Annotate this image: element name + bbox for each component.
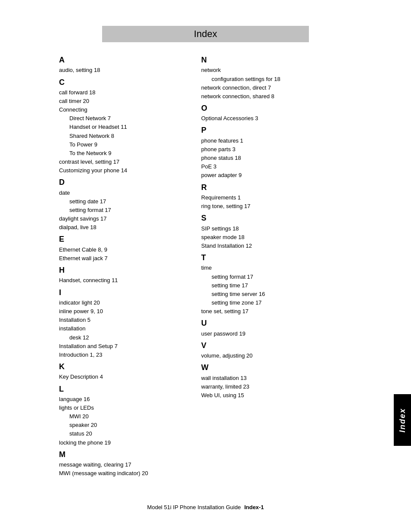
section-letter-a: A [59, 55, 188, 65]
index-entry: Stand Installation 12 [201, 242, 335, 250]
section-letter-v: V [201, 341, 335, 351]
index-entry: setting format 17 [212, 273, 335, 281]
index-entry: speaker mode 18 [201, 233, 335, 242]
index-entry: setting format 17 [69, 206, 188, 215]
index-entry: network connection, shared 8 [201, 92, 335, 101]
index-entry: wall installation 13 [201, 374, 335, 383]
right-column: Nnetworkconfiguration settings for 18net… [197, 53, 335, 478]
section-letter-l: L [59, 384, 188, 394]
index-entry: desk 12 [69, 333, 188, 342]
index-entry: locking the phone 19 [59, 439, 188, 447]
section-letter-h: H [59, 265, 188, 275]
index-entry: status 20 [69, 429, 188, 438]
index-entry: lights or LEDs [59, 404, 188, 412]
section-letter-n: N [201, 55, 335, 65]
index-entry: setting date 17 [69, 197, 188, 206]
index-entry: network connection, direct 7 [201, 84, 335, 92]
index-entry: Installation 5 [59, 316, 188, 324]
footer-page-label: Index-1 [244, 504, 264, 510]
index-entry: Direct Network 7 [69, 114, 188, 123]
index-entry: To Power 9 [69, 140, 188, 149]
index-entry: phone status 18 [201, 154, 335, 162]
section-letter-s: S [201, 213, 335, 223]
index-entry: installation [59, 324, 188, 333]
index-entry: daylight savings 17 [59, 215, 188, 223]
section-letter-i: I [59, 288, 188, 298]
index-entry: setting time server 16 [212, 290, 335, 299]
index-entry: Handset or Headset 11 [69, 123, 188, 131]
index-entry: inline power 9, 10 [59, 307, 188, 316]
index-entry: speaker 20 [69, 421, 188, 429]
index-entry: setting time zone 17 [212, 299, 335, 307]
left-column: Aaudio, setting 18Ccall forward 18call t… [59, 53, 197, 478]
index-entry: Shared Network 8 [69, 132, 188, 140]
index-entry: volume, adjusting 20 [201, 352, 335, 360]
index-entry: dialpad, live 18 [59, 223, 188, 232]
section-letter-k: K [59, 362, 188, 372]
index-entry: tone set, setting 17 [201, 307, 335, 316]
section-letter-c: C [59, 78, 188, 87]
index-entry: SIP settings 18 [201, 224, 335, 233]
index-entry: Web UI, using 15 [201, 391, 335, 400]
index-entry: configuration settings for 18 [212, 75, 335, 84]
section-letter-w: W [201, 363, 335, 373]
index-entry: Key Description 4 [59, 373, 188, 381]
index-entry: Ethernet Cable 8, 9 [59, 246, 188, 254]
index-entry: Introduction 1, 23 [59, 351, 188, 359]
index-entry: Requirements 1 [201, 193, 335, 202]
section-letter-u: U [201, 318, 335, 328]
section-letter-d: D [59, 177, 188, 187]
index-entry: contrast level, setting 17 [59, 158, 188, 166]
index-entry: ring tone, setting 17 [201, 202, 335, 211]
index-entry: call timer 20 [59, 97, 188, 106]
index-entry: phone parts 3 [201, 145, 335, 154]
index-entry: Ethernet wall jack 7 [59, 254, 188, 263]
index-entry: time [201, 264, 335, 272]
section-letter-o: O [201, 103, 335, 113]
footer: Model 51i IP Phone Installation Guide In… [0, 504, 411, 510]
section-letter-m: M [59, 450, 188, 460]
content-area: Aaudio, setting 18Ccall forward 18call t… [59, 53, 352, 478]
index-title: Index [194, 28, 217, 39]
index-entry: user password 19 [201, 330, 335, 338]
footer-model-text: Model 51i IP Phone Installation Guide [147, 504, 241, 510]
index-entry: language 16 [59, 395, 188, 404]
section-letter-p: P [201, 125, 335, 135]
section-letter-e: E [59, 234, 188, 244]
index-entry: MWI 20 [69, 412, 188, 421]
index-entry: power adapter 9 [201, 171, 335, 180]
index-entry: call forward 18 [59, 88, 188, 97]
side-index-label: Index [394, 394, 411, 446]
index-entry: Installation and Setup 7 [59, 342, 188, 351]
index-entry: audio, setting 18 [59, 66, 188, 75]
index-entry: Customizing your phone 14 [59, 166, 188, 175]
index-entry: Connecting [59, 106, 188, 114]
index-entry: Optional Accessories 3 [201, 114, 335, 123]
index-entry: phone features 1 [201, 137, 335, 145]
section-letter-r: R [201, 183, 335, 193]
index-entry: indicator light 20 [59, 299, 188, 307]
index-entry: MWI (message waiting indicator) 20 [59, 469, 188, 478]
index-title-bar: Index [102, 26, 309, 42]
index-entry: network [201, 66, 335, 75]
page-container: Index Aaudio, setting 18Ccall forward 18… [0, 0, 411, 532]
index-entry: date [59, 189, 188, 197]
index-entry: warranty, limited 23 [201, 383, 335, 391]
index-entry: To the Network 9 [69, 149, 188, 158]
section-letter-t: T [201, 253, 335, 263]
index-entry: setting time 17 [212, 281, 335, 290]
index-entry: PoE 3 [201, 162, 335, 171]
index-entry: Handset, connecting 11 [59, 276, 188, 285]
index-entry: message waiting, clearing 17 [59, 460, 188, 469]
